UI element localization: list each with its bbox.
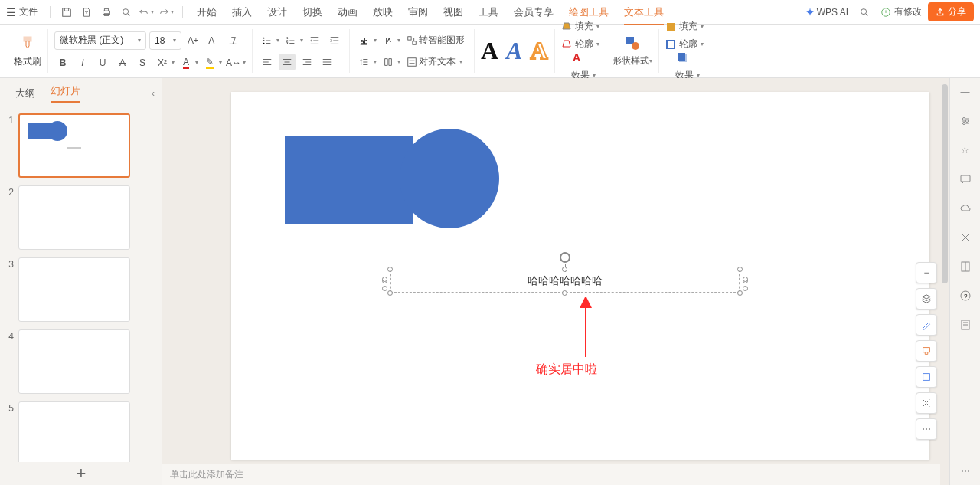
- increase-indent-icon[interactable]: [326, 32, 343, 49]
- text-outline-button[interactable]: 轮廓▾: [561, 38, 599, 51]
- export-icon[interactable]: [79, 5, 94, 20]
- minimize-icon[interactable]: —: [958, 84, 973, 100]
- smart-shape-icon[interactable]: 转智能图形: [403, 32, 468, 49]
- tab-slides[interactable]: 幻灯片: [51, 84, 80, 103]
- menu-insert[interactable]: 插入: [232, 5, 252, 19]
- menu-member[interactable]: 会员专享: [514, 5, 554, 19]
- resize-handle[interactable]: [737, 267, 743, 272]
- font-size-select[interactable]: 18▾: [149, 31, 181, 50]
- slide-thumb-5[interactable]: [18, 401, 130, 462]
- resize-handle[interactable]: [387, 290, 393, 296]
- menu-draw-tools[interactable]: 绘图工具: [569, 5, 609, 19]
- pencil-icon[interactable]: [916, 314, 937, 336]
- paint-icon[interactable]: [916, 340, 937, 362]
- slide-item[interactable]: 1: [5, 113, 158, 178]
- more-rail-icon[interactable]: ⋯: [958, 464, 973, 479]
- undo-icon[interactable]: ▾: [139, 5, 154, 20]
- file-menu[interactable]: 文件: [19, 5, 38, 18]
- slide-thumb-4[interactable]: [18, 329, 130, 394]
- search-icon[interactable]: [857, 5, 872, 20]
- slide-thumb-1[interactable]: [18, 113, 130, 178]
- shape-style-button[interactable]: 形状样式▾: [612, 34, 652, 67]
- slide-thumb-3[interactable]: [18, 257, 130, 322]
- layers-icon[interactable]: [916, 288, 937, 310]
- superscript-icon[interactable]: X²▾: [154, 54, 175, 71]
- chat-icon[interactable]: [958, 172, 973, 187]
- font-name-select[interactable]: 微软雅黑 (正文)▾: [54, 31, 146, 50]
- scrollbar-thumb[interactable]: [942, 84, 948, 283]
- redo-icon[interactable]: ▾: [158, 5, 174, 20]
- collapse-sidebar-icon[interactable]: ‹: [152, 88, 155, 99]
- slide-item[interactable]: 2: [5, 185, 158, 250]
- scrollbar[interactable]: [939, 78, 949, 485]
- rotate-handle[interactable]: [560, 252, 570, 263]
- align-left-icon[interactable]: [259, 54, 276, 70]
- print-icon[interactable]: [99, 5, 114, 20]
- bold-icon[interactable]: B: [54, 54, 71, 71]
- settings-icon[interactable]: [958, 113, 973, 129]
- book-icon[interactable]: [958, 259, 973, 274]
- menu-review[interactable]: 审阅: [408, 5, 428, 19]
- more-icon[interactable]: ⋯: [916, 418, 937, 440]
- resize-handle[interactable]: [387, 267, 393, 272]
- resize-handle[interactable]: [562, 267, 567, 272]
- tab-outline[interactable]: 大纲: [15, 87, 35, 100]
- slide-canvas[interactable]: 哈哈哈哈哈哈哈 确实居中啦: [231, 92, 929, 460]
- resize-handle[interactable]: [382, 286, 387, 291]
- text-style-solid[interactable]: A: [481, 37, 498, 65]
- shape-rectangle[interactable]: [285, 136, 413, 224]
- menu-animation[interactable]: 动画: [338, 5, 358, 19]
- slide-thumb-2[interactable]: [18, 185, 130, 250]
- clear-format-icon[interactable]: [224, 32, 241, 49]
- canvas-area[interactable]: 哈哈哈哈哈哈哈 确实居中啦 − ⋯: [162, 78, 949, 485]
- highlight-icon[interactable]: ✎▾: [201, 54, 222, 71]
- resize-handle[interactable]: [562, 290, 567, 296]
- preview-icon[interactable]: [119, 5, 134, 20]
- menu-transition[interactable]: 切换: [302, 5, 322, 19]
- text-direction-icon[interactable]: ab▾: [356, 32, 377, 49]
- crop-icon[interactable]: [916, 366, 937, 388]
- menu-text-tools[interactable]: 文本工具: [624, 5, 664, 25]
- notes-bar[interactable]: 单击此处添加备注: [162, 464, 940, 485]
- menu-tools[interactable]: 工具: [479, 5, 498, 19]
- resize-handle[interactable]: [743, 286, 748, 291]
- template-icon[interactable]: [958, 317, 973, 333]
- menu-slideshow[interactable]: 放映: [373, 5, 393, 19]
- textbox-selected[interactable]: 哈哈哈哈哈哈哈: [390, 270, 740, 293]
- edit-icon[interactable]: [958, 230, 973, 245]
- save-icon[interactable]: [59, 5, 74, 20]
- status-modified[interactable]: 有修改: [880, 5, 922, 18]
- help-icon[interactable]: ?: [958, 288, 973, 303]
- italic-icon[interactable]: I: [74, 54, 91, 71]
- align-justify-icon[interactable]: [318, 54, 335, 70]
- menu-start[interactable]: 开始: [197, 5, 217, 19]
- slide-item[interactable]: 4: [5, 329, 158, 394]
- increase-font-icon[interactable]: A+: [185, 32, 201, 49]
- textbox-content[interactable]: 哈哈哈哈哈哈哈: [528, 274, 603, 288]
- line-spacing-icon[interactable]: ▾: [356, 54, 377, 70]
- text-fill-button[interactable]: 填充▾: [561, 20, 599, 33]
- vertical-text-icon[interactable]: |A▾: [380, 32, 400, 49]
- char-spacing-icon[interactable]: A↔▾: [225, 54, 246, 71]
- slide-item[interactable]: 5: [5, 401, 158, 462]
- shape-outline-button[interactable]: 轮廓▾: [665, 38, 704, 51]
- align-center-icon[interactable]: [279, 54, 296, 70]
- underline-icon[interactable]: U: [94, 54, 111, 71]
- shape-effect-button[interactable]: [675, 51, 700, 64]
- shadow-icon[interactable]: S: [134, 54, 151, 71]
- minus-icon[interactable]: −: [916, 262, 937, 283]
- font-color-icon[interactable]: A▾: [178, 54, 198, 71]
- decrease-font-icon[interactable]: A-: [204, 32, 221, 49]
- resize-handle[interactable]: [737, 290, 743, 296]
- text-style-blue[interactable]: A: [506, 37, 522, 65]
- bullets-icon[interactable]: ▾: [259, 32, 279, 49]
- share-button[interactable]: 分享: [928, 2, 974, 21]
- align-text-icon[interactable]: 对齐文本▾: [403, 54, 462, 70]
- align-right-icon[interactable]: [299, 54, 315, 70]
- slide-item[interactable]: 3: [5, 257, 158, 322]
- shape-circle[interactable]: [400, 129, 499, 228]
- menu-design[interactable]: 设计: [267, 5, 287, 19]
- menu-view[interactable]: 视图: [443, 5, 463, 19]
- shape-fill-button[interactable]: 填充▾: [665, 20, 704, 33]
- hamburger-icon[interactable]: ☰: [6, 6, 16, 18]
